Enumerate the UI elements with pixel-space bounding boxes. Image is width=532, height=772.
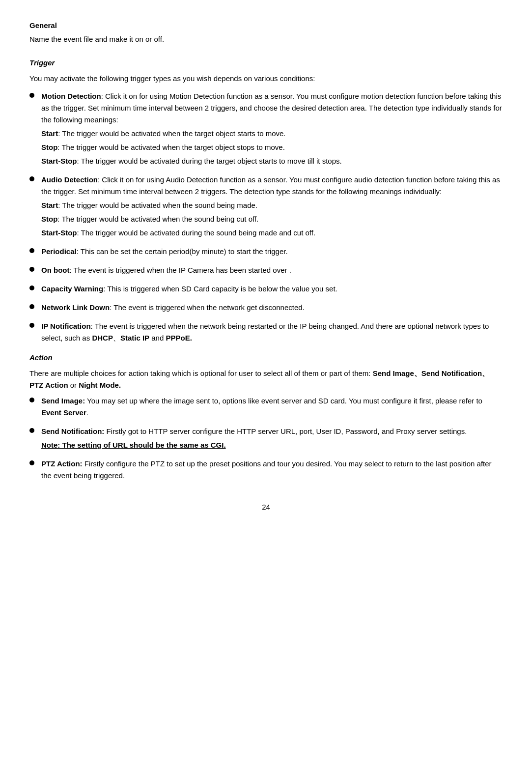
bullet-dot <box>29 398 34 402</box>
list-item: PTZ Action: Firstly configure the PTZ to… <box>29 458 503 482</box>
trigger-intro: You may activate the following trigger t… <box>29 73 503 85</box>
bullet-content: IP Notification: The event is triggered … <box>41 320 503 344</box>
bullet-dot <box>29 248 34 253</box>
motion-start: Start: The trigger would be activated wh… <box>41 128 503 140</box>
ip-separator1: 、 <box>113 334 120 342</box>
term-capacity-warning: Capacity Warning <box>41 285 103 293</box>
bullet-dot <box>29 304 34 309</box>
bullet-content: Send Notification: Firstly got to HTTP s… <box>41 426 503 451</box>
bullet-dot <box>29 93 34 98</box>
general-description: Name the event file and make it on or of… <box>29 33 503 45</box>
term-audio-detection: Audio Detection <box>41 175 98 184</box>
term-motion-detection: Motion Detection <box>41 92 101 100</box>
term-stop: Stop <box>41 143 57 151</box>
action-intro-bold2: Night Mode. <box>79 381 121 389</box>
action-heading: Action <box>29 353 53 362</box>
send-image-text: You may set up where the image sent to, … <box>85 397 482 405</box>
motion-detection-text: : Click it on for using Motion Detection… <box>41 92 502 124</box>
term-start: Start <box>41 129 58 138</box>
bullet-content: PTZ Action: Firstly configure the PTZ to… <box>41 458 503 482</box>
term-audio-start-stop: Start-Stop <box>41 229 77 237</box>
general-section: General Name the event file and make it … <box>29 20 503 45</box>
bullet-content: Network Link Down: The event is triggere… <box>41 302 503 314</box>
action-intro-start: There are multiple choices for action ta… <box>29 369 373 377</box>
action-intro-or: or <box>68 381 79 389</box>
on-boot-text: : The event is triggered when the IP Cam… <box>69 266 291 274</box>
bullet-content: Capacity Warning: This is triggered when… <box>41 283 503 295</box>
list-item: Motion Detection: Click it on for using … <box>29 90 503 167</box>
bullet-dot <box>29 286 34 290</box>
term-periodical: Periodical <box>41 247 77 256</box>
note-underline: Note: The setting of URL should be the s… <box>41 441 226 449</box>
list-item: Periodical: This can be set the certain … <box>29 246 503 257</box>
motion-stop: Stop: The trigger would be activated whe… <box>41 142 503 153</box>
list-item: IP Notification: The event is triggered … <box>29 320 503 344</box>
list-item: On boot: The event is triggered when the… <box>29 264 503 276</box>
list-item: Capacity Warning: This is triggered when… <box>29 283 503 295</box>
term-pppoe: PPPoE. <box>166 334 192 342</box>
periodical-text: : This can be set the certain period(by … <box>77 247 288 256</box>
term-event-server: Event Server <box>41 408 86 417</box>
term-dhcp: DHCP <box>92 334 113 342</box>
network-link-down-text: : The event is triggered when the networ… <box>110 303 305 312</box>
bullet-content: Send Image: You may set up where the ima… <box>41 395 503 419</box>
bullet-content: Audio Detection: Click it on for using A… <box>41 174 503 239</box>
bullet-dot <box>29 428 34 433</box>
action-list: Send Image: You may set up where the ima… <box>29 395 503 482</box>
list-item: Send Notification: Firstly got to HTTP s… <box>29 426 503 451</box>
term-send-notification: Send Notification: <box>41 427 104 435</box>
trigger-header: Trigger <box>29 57 503 69</box>
action-header: Action <box>29 352 503 364</box>
action-section: Action There are multiple choices for ac… <box>29 352 503 482</box>
audio-stop: Stop: The trigger would be activated whe… <box>41 213 503 225</box>
term-audio-start: Start <box>41 201 58 209</box>
bullet-content: Periodical: This can be set the certain … <box>41 246 503 257</box>
term-ip-notification: IP Notification <box>41 322 91 330</box>
bullet-content: On boot: The event is triggered when the… <box>41 264 503 276</box>
bullet-content: Motion Detection: Click it on for using … <box>41 90 503 167</box>
term-ptz-action: PTZ Action: <box>41 459 83 468</box>
bullet-dot <box>29 176 34 181</box>
list-item: Send Image: You may set up where the ima… <box>29 395 503 419</box>
trigger-list: Motion Detection: Click it on for using … <box>29 90 503 344</box>
page-number: 24 <box>29 501 503 513</box>
send-image-period: . <box>86 408 88 417</box>
send-notification-note: Note: The setting of URL should be the s… <box>41 439 503 451</box>
term-audio-stop: Stop <box>41 215 57 223</box>
bullet-dot <box>29 460 34 465</box>
motion-start-stop: Start-Stop: The trigger would be activat… <box>41 155 503 167</box>
audio-start-stop: Start-Stop: The trigger would be activat… <box>41 227 503 239</box>
list-item: Network Link Down: The event is triggere… <box>29 302 503 314</box>
trigger-section: Trigger You may activate the following t… <box>29 57 503 344</box>
bullet-dot <box>29 323 34 328</box>
ptz-action-text: Firstly configure the PTZ to set up the … <box>41 459 492 480</box>
send-notification-text: Firstly got to HTTP server configure the… <box>104 427 467 435</box>
trigger-heading: Trigger <box>29 58 55 67</box>
audio-start: Start: The trigger would be activated wh… <box>41 200 503 211</box>
action-intro: There are multiple choices for action ta… <box>29 368 503 391</box>
term-send-image: Send Image: <box>41 397 85 405</box>
general-heading: General <box>29 20 503 31</box>
ip-and: and <box>149 334 166 342</box>
bullet-dot <box>29 267 34 272</box>
audio-detection-text: : Click it on for using Audio Detection … <box>41 175 500 196</box>
term-network-link-down: Network Link Down <box>41 303 110 312</box>
term-on-boot: On boot <box>41 266 69 274</box>
capacity-warning-text: : This is triggered when SD Card capacit… <box>103 285 337 293</box>
list-item: Audio Detection: Click it on for using A… <box>29 174 503 239</box>
term-start-stop: Start-Stop <box>41 157 77 165</box>
term-static-ip: Static IP <box>120 334 149 342</box>
